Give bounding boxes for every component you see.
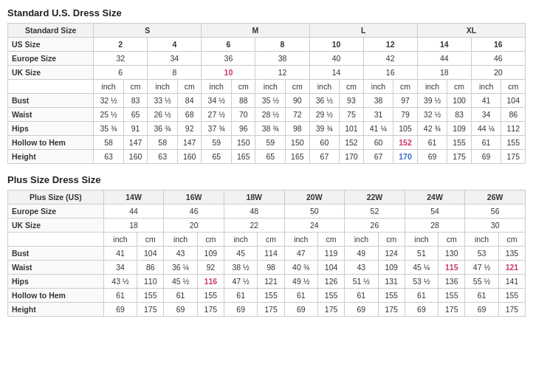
cell: 44 ¼ [471,122,501,136]
punit-inch-4: inch [284,233,317,247]
cell: 109 [447,122,471,136]
standard-size-table: Standard Size S M L XL US Size 2 4 6 8 1… [7,23,526,164]
cell: 38 ½ [224,261,257,275]
us-16: 16 [471,38,525,52]
plus-size-label: Plus Size (US) [8,190,104,204]
cell: 27 ½ [202,108,232,122]
eu-38: 38 [255,52,309,66]
cell: 175 [378,303,405,317]
cell: 83 [123,94,147,108]
eu-42: 42 [363,52,417,66]
cell: 36 ½ [309,94,340,108]
cell: 34 ½ [202,94,232,108]
cell: 60 [363,136,393,150]
cell: 119 [318,247,345,261]
cell: 70 [232,108,255,122]
punit-cm-7: cm [498,233,525,247]
uk-8: 8 [148,66,202,80]
cell: 61 [345,289,378,303]
cell: 45 ¼ [405,261,438,275]
cell: 60 [309,136,340,150]
plus-title: Plus Size Dress Size [7,174,526,185]
plus-22w: 22W [345,190,405,204]
cell: 170 [340,150,363,164]
eu-44: 44 [417,52,471,66]
cell: 32 ½ [417,108,447,122]
plus-26w: 26W [465,190,526,204]
hollow-label: Hollow to Hem [8,136,94,150]
cell: 155 [498,289,525,303]
cell: 53 [465,247,498,261]
punit-cm-5: cm [378,233,405,247]
uk-16: 16 [363,66,417,80]
us-2: 2 [94,38,148,52]
cell: 65 [202,150,232,164]
cell: 83 [447,108,471,122]
cell: 42 ¾ [417,122,447,136]
cell: 32 ½ [94,94,124,108]
size-s: S [94,24,202,38]
cell: 53 ½ [405,275,438,289]
plus-unit-row: inchcm inchcm inchcm inchcm inchcm inchc… [8,233,526,247]
cell: 109 [197,247,224,261]
plus-europe-label: Europe Size [8,204,104,219]
cell: 36 ¾ [148,122,178,136]
cell: 35 ¾ [94,122,124,136]
cell: 147 [178,136,202,150]
unit-inch-2: inch [148,80,178,94]
unit-cm-2: cm [178,80,202,94]
cell: 28 ½ [255,108,286,122]
puk-20: 20 [164,219,224,233]
puk-30: 30 [465,219,526,233]
cell: 31 [363,108,393,122]
cell: 49 ½ [284,275,317,289]
punit-inch-1: inch [103,233,137,247]
uk-14: 14 [309,66,363,80]
cell: 165 [232,150,255,164]
cell: 61 [103,289,137,303]
cell: 68 [178,108,202,122]
cell: 136 [439,275,465,289]
unit-empty [8,80,94,94]
size-m: M [202,24,309,38]
cell: 69 [417,150,447,164]
us-12: 12 [363,38,417,52]
cell: 34 [103,261,137,275]
unit-cm-1: cm [123,80,147,94]
eu-36: 36 [202,52,255,66]
cell: 58 [94,136,124,150]
cell: 29 ½ [309,108,340,122]
cell: 152 [340,136,363,150]
plus-bust-label: Bust [8,247,104,261]
cell: 112 [501,122,526,136]
uk-size-row: UK Size 6 8 10 12 14 16 18 20 [8,66,526,80]
cell: 49 [345,247,378,261]
peu-48: 48 [224,204,284,219]
cell: 67 [363,150,393,164]
cell: 105 [393,122,417,136]
table-row: Height 69175 69175 69175 69175 69175 691… [8,303,526,317]
cell: 40 ¾ [284,261,317,275]
us-10: 10 [309,38,363,52]
cell: 100 [447,94,471,108]
cell: 72 [286,108,309,122]
unit-inch-4: inch [255,80,286,94]
cell: 61 [465,289,498,303]
plus-size-table: Plus Size (US) 14W 16W 18W 20W 22W 24W 2… [7,190,526,317]
table-row: Hollow to Hem 58147 58147 59150 59150 60… [8,136,526,150]
unit-inch-7: inch [417,80,447,94]
cell: 130 [439,247,465,261]
cell: 51 ½ [345,275,378,289]
puk-28: 28 [405,219,465,233]
table-row: Hips 43 ½110 45 ½116 47 ½121 49 ½126 51 … [8,275,526,289]
punit-inch-2: inch [164,233,197,247]
cell: 69 [405,303,438,317]
plus-20w: 20W [284,190,345,204]
peu-54: 54 [405,204,465,219]
cell: 84 [178,94,202,108]
unit-cm-4: cm [286,80,309,94]
cell: 79 [393,108,417,122]
plus-height-label: Height [8,303,104,317]
puk-24: 24 [284,219,345,233]
unit-cm-7: cm [447,80,471,94]
